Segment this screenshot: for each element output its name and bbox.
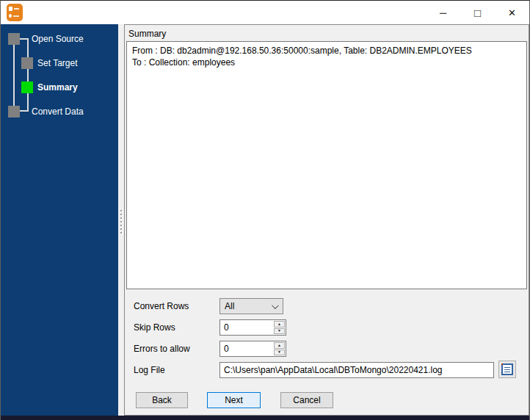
spinner-buttons: ▲ ▼ [273, 341, 286, 356]
title-bar: ─ □ ✕ [1, 1, 529, 24]
skip-rows-value: 0 [220, 322, 273, 333]
summary-line-to: To : Collection: employees [132, 57, 521, 68]
summary-panel: Summary From : DB: db2admin@192.168.50.3… [124, 24, 529, 416]
app-icon-detail [9, 14, 12, 18]
chevron-down-icon [272, 302, 279, 309]
app-icon-detail [9, 7, 12, 11]
convert-rows-value: All [225, 301, 272, 311]
spinner-down-icon[interactable]: ▼ [274, 350, 285, 356]
step-connector-line [13, 45, 15, 106]
step-marker-icon [8, 33, 20, 45]
spinner-buttons: ▲ ▼ [273, 320, 286, 335]
window-bottom-edge [1, 416, 530, 420]
log-file-value: C:\Users\pan\AppData\Local\DBToMongo\202… [224, 365, 443, 375]
step-label: Open Source [32, 34, 84, 44]
close-icon[interactable]: ✕ [495, 1, 529, 24]
document-icon [501, 363, 513, 375]
skip-rows-stepper[interactable]: 0 ▲ ▼ [219, 319, 286, 336]
convert-rows-label: Convert Rows [134, 301, 189, 311]
spinner-up-icon[interactable]: ▲ [274, 321, 285, 327]
sidebar-splitter[interactable] [118, 24, 124, 416]
app-icon-detail [13, 15, 19, 17]
back-button[interactable]: Back [136, 392, 188, 408]
panel-title: Summary [128, 29, 166, 39]
step-marker-icon [21, 57, 33, 69]
step-connector-line [27, 38, 29, 112]
errors-to-allow-stepper[interactable]: 0 ▲ ▼ [219, 341, 286, 357]
splitter-grip-icon [120, 210, 122, 233]
wizard-steps-sidebar: Open Source Set Target Summary Convert D… [1, 24, 118, 416]
step-label: Convert Data [32, 106, 84, 117]
step-marker-icon-current [21, 82, 33, 93]
app-icon-detail [14, 8, 19, 10]
sidebar-step-convert-data[interactable]: Convert Data [8, 106, 115, 117]
app-icon[interactable] [7, 4, 23, 21]
sidebar-step-set-target[interactable]: Set Target [21, 57, 113, 69]
convert-rows-select[interactable]: All [219, 298, 283, 314]
log-file-input[interactable]: C:\Users\pan\AppData\Local\DBToMongo\202… [219, 362, 494, 378]
window-controls: ─ □ ✕ [426, 1, 529, 24]
spinner-down-icon[interactable]: ▼ [274, 328, 285, 335]
log-file-label: Log File [134, 365, 165, 375]
step-label: Summary [37, 82, 78, 93]
skip-rows-label: Skip Rows [134, 322, 175, 333]
summary-textbox[interactable]: From : DB: db2admin@192.168.50.36:50000:… [126, 41, 527, 289]
cancel-button[interactable]: Cancel [280, 392, 333, 408]
step-marker-icon [8, 106, 20, 117]
log-file-browse-button[interactable] [498, 361, 516, 378]
maximize-icon[interactable]: □ [460, 1, 495, 24]
sidebar-step-summary[interactable]: Summary [21, 82, 113, 93]
minimize-icon[interactable]: ─ [426, 1, 460, 24]
next-button[interactable]: Next [207, 392, 261, 408]
step-label: Set Target [37, 58, 77, 68]
errors-to-allow-label: Errors to allow [134, 344, 190, 354]
app-window: ─ □ ✕ Open Source Set Target Summary Con… [0, 0, 530, 420]
errors-to-allow-value: 0 [220, 344, 273, 354]
sidebar-step-open-source[interactable]: Open Source [8, 33, 115, 45]
summary-line-from: From : DB: db2admin@192.168.50.36:50000:… [132, 45, 521, 57]
spinner-up-icon[interactable]: ▲ [274, 342, 285, 349]
